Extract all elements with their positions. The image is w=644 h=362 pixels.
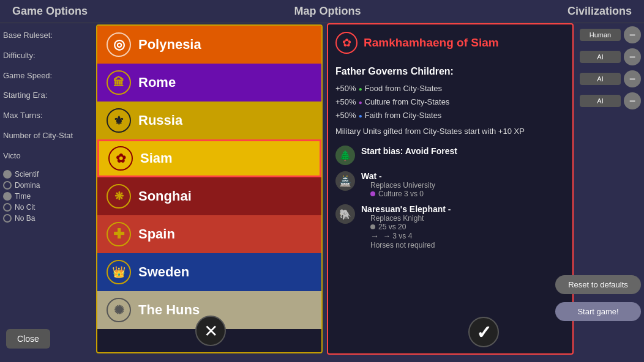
player-2-badge: AI	[580, 51, 621, 63]
food-dot: ●	[359, 84, 362, 94]
songhai-name: Songhai	[138, 188, 192, 204]
victory-options: Scientif Domina Time No Cit No Ba	[3, 170, 92, 223]
siam-icon: ✿	[108, 146, 133, 171]
culture-stat-dot	[370, 191, 375, 196]
difficulty-label: Difficulty:	[3, 50, 92, 62]
player-1-badge: Human	[580, 29, 621, 41]
civ-list-panel[interactable]: ◎ Polynesia 🏛 Rome ⚜ Russia ✿ Siam ❋ Son…	[96, 24, 323, 353]
siam-name: Siam	[140, 150, 173, 166]
start-bias-label: Start bias: Avoid Forest	[361, 146, 457, 156]
forest-icon: 🌲	[335, 146, 355, 165]
victory-domination[interactable]: Domina	[3, 181, 92, 190]
spain-name: Spain	[138, 226, 175, 242]
victory-no-city[interactable]: No Cit	[3, 203, 92, 212]
main-content: Base Ruleset: Difficulty: Game Speed: St…	[0, 23, 644, 355]
detail-panel: ✿ Ramkhamhaeng of Siam Father Governs Ch…	[327, 23, 574, 355]
unit-stat2: → → 3 vs 4	[361, 231, 565, 241]
sweden-name: Sweden	[138, 264, 189, 280]
russia-name: Russia	[138, 113, 182, 128]
food-bonus: +50% ● Food from City-States	[335, 82, 565, 95]
player-4-badge: AI	[580, 95, 621, 107]
detail-header: ✿ Ramkhamhaeng of Siam	[335, 32, 565, 59]
culture-bonus: +50% ● Culture from City-States	[335, 95, 565, 109]
military-bonus: Military Units gifted from City-States s…	[335, 125, 565, 138]
start-bias-section: 🌲 Start bias: Avoid Forest	[335, 146, 565, 165]
victory-time[interactable]: Time	[3, 192, 92, 201]
base-ruleset-label: Base Ruleset:	[3, 29, 92, 42]
civ-songhai[interactable]: ❋ Songhai	[97, 177, 321, 215]
unique-unit-section: 🐘 Naresuan's Elephant - Replaces Knight …	[335, 204, 565, 249]
radio-scientific	[3, 170, 12, 179]
arrow-icon: →	[370, 231, 379, 241]
tab-map-options[interactable]: Map Options	[294, 5, 361, 18]
russia-icon: ⚜	[107, 108, 131, 133]
unit-stat3: Horses not required	[361, 241, 565, 249]
civ-polynesia[interactable]: ◎ Polynesia	[97, 26, 321, 64]
game-speed-label: Game Speed:	[3, 70, 92, 83]
wat-name: Wat -	[361, 171, 565, 181]
stat1-dot	[370, 224, 375, 229]
header: Game Options Map Options Civilizations	[0, 0, 644, 23]
replaces-knight: Replaces Knight	[361, 214, 565, 223]
culture-stat: Culture 3 vs 0	[361, 190, 565, 198]
confirm-button[interactable]: ✓	[468, 317, 499, 347]
radio-no-ba	[3, 214, 12, 223]
spain-icon: ✚	[107, 222, 131, 246]
replaces-university: Replaces University	[361, 181, 565, 190]
victory-label: Victo	[3, 150, 92, 163]
victory-no-ba[interactable]: No Ba	[3, 214, 92, 223]
civ-siam[interactable]: ✿ Siam	[97, 139, 321, 177]
tab-civilizations[interactable]: Civilizations	[567, 5, 632, 18]
polynesia-name: Polynesia	[138, 37, 201, 53]
tab-game-options[interactable]: Game Options	[12, 5, 88, 18]
player-3-badge: AI	[580, 73, 621, 85]
songhai-icon: ❋	[107, 184, 131, 209]
civ-russia[interactable]: ⚜ Russia	[97, 102, 321, 139]
huns-icon: ✺	[107, 298, 131, 322]
culture-dot: ●	[359, 97, 362, 108]
player-1-remove[interactable]: −	[624, 26, 641, 43]
player-2-remove[interactable]: −	[624, 48, 641, 65]
leader-name: Ramkhamhaeng of Siam	[364, 36, 499, 50]
rome-icon: 🏛	[107, 70, 131, 95]
elephant-icon: 🐘	[335, 204, 355, 224]
unit-stat1: 25 vs 20	[361, 223, 565, 231]
radio-no-city	[3, 203, 12, 212]
num-city-states-label: Number of City-Stat	[3, 130, 92, 142]
player-row-1: Human −	[580, 26, 641, 43]
player-4-remove[interactable]: −	[624, 92, 641, 109]
start-game-button[interactable]: Start game!	[555, 302, 641, 321]
radio-time	[3, 192, 12, 201]
max-turns-label: Max Turns:	[3, 109, 92, 122]
player-row-3: AI −	[580, 70, 641, 87]
huns-name: The Huns	[138, 302, 200, 318]
starting-era-label: Starting Era:	[3, 89, 92, 102]
sweden-icon: 👑	[107, 260, 131, 284]
victory-scientific[interactable]: Scientif	[3, 170, 92, 179]
unique-building-section: 🏯 Wat - Replaces University Culture 3 vs…	[335, 171, 565, 198]
leader-icon: ✿	[335, 32, 358, 54]
polynesia-icon: ◎	[107, 32, 131, 57]
reset-defaults-button[interactable]: Reset to defaults	[555, 275, 641, 294]
radio-domination	[3, 181, 12, 190]
close-button[interactable]: Close	[6, 329, 50, 349]
ability-title: Father Governs Children:	[335, 66, 565, 77]
civ-spain[interactable]: ✚ Spain	[97, 215, 321, 253]
player-3-remove[interactable]: −	[624, 70, 641, 87]
rome-name: Rome	[138, 75, 176, 90]
player-row-4: AI −	[580, 92, 641, 109]
civ-rome[interactable]: 🏛 Rome	[97, 64, 321, 102]
civ-sweden[interactable]: 👑 Sweden	[97, 253, 321, 291]
faith-bonus: +50% ● Faith from City-States	[335, 109, 565, 122]
wat-icon: 🏯	[335, 171, 355, 191]
left-sidebar: Base Ruleset: Difficulty: Game Speed: St…	[0, 23, 95, 355]
cancel-button[interactable]: ✕	[195, 316, 226, 346]
elephant-name: Naresuan's Elephant -	[361, 204, 565, 214]
faith-dot: ●	[359, 111, 362, 121]
player-row-2: AI −	[580, 48, 641, 65]
right-sidebar: Human − AI − AI − AI − Reset to defaults…	[577, 23, 644, 355]
